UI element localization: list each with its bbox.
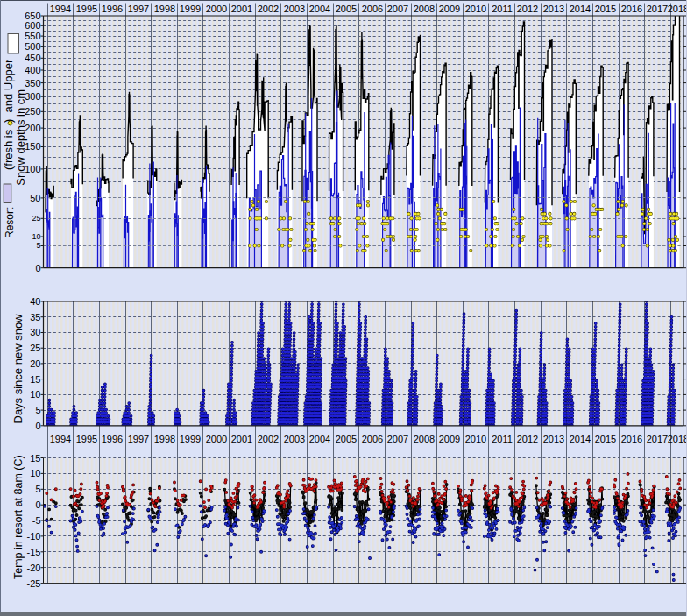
svg-text:25: 25 (32, 214, 40, 223)
svg-text:0: 0 (35, 499, 40, 510)
svg-text:0: 0 (35, 421, 40, 431)
svg-text:2009: 2009 (439, 434, 460, 444)
svg-text:2016: 2016 (621, 434, 642, 444)
svg-text:1997: 1997 (128, 434, 149, 444)
svg-text:550: 550 (25, 31, 40, 41)
svg-text:100: 100 (25, 164, 40, 174)
svg-text:Resort: Resort (4, 207, 16, 238)
svg-text:450: 450 (25, 53, 40, 63)
svg-text:5: 5 (36, 241, 40, 250)
svg-text:15: 15 (30, 453, 40, 464)
svg-text:2004: 2004 (309, 434, 330, 444)
svg-text:50: 50 (30, 193, 40, 203)
svg-text:2013: 2013 (543, 4, 564, 14)
svg-text:2015: 2015 (595, 4, 616, 14)
svg-text:2001: 2001 (231, 4, 252, 14)
svg-text:400: 400 (25, 65, 40, 75)
svg-text:2017: 2017 (647, 4, 668, 14)
svg-text:2012: 2012 (517, 4, 538, 14)
svg-text:1994: 1994 (50, 4, 71, 14)
svg-text:250: 250 (25, 106, 40, 117)
svg-text:1997: 1997 (128, 4, 149, 14)
svg-text:30: 30 (30, 327, 40, 337)
svg-text:-20: -20 (27, 563, 41, 573)
svg-text:(fresh is: (fresh is (2, 129, 15, 170)
svg-text:300: 300 (25, 91, 40, 102)
svg-text:2004: 2004 (309, 4, 330, 14)
svg-text:2001: 2001 (231, 434, 252, 444)
svg-text:1994: 1994 (50, 434, 71, 444)
svg-text:25: 25 (30, 343, 40, 353)
svg-text:2000: 2000 (206, 434, 227, 444)
svg-text:2013: 2013 (543, 434, 564, 444)
svg-text:2002: 2002 (258, 4, 279, 14)
svg-text:2007: 2007 (387, 4, 408, 14)
svg-text:2007: 2007 (387, 434, 408, 444)
svg-text:Snow depths in cm: Snow depths in cm (14, 89, 27, 186)
svg-text:1996: 1996 (102, 4, 123, 14)
svg-text:2005: 2005 (336, 4, 357, 14)
svg-text:-5: -5 (32, 515, 41, 526)
svg-text:2006: 2006 (362, 4, 383, 14)
svg-text:2014: 2014 (570, 4, 591, 14)
svg-text:-25: -25 (27, 578, 41, 589)
svg-text:2018: 2018 (668, 4, 687, 14)
svg-text:2011: 2011 (492, 434, 513, 444)
svg-text:2016: 2016 (621, 4, 642, 14)
svg-text:2011: 2011 (492, 4, 513, 14)
svg-text:650: 650 (25, 11, 40, 21)
svg-text:10: 10 (32, 232, 40, 241)
svg-text:200: 200 (25, 123, 40, 133)
svg-text:10: 10 (30, 468, 40, 478)
svg-text:20: 20 (30, 358, 40, 369)
svg-text:2010: 2010 (465, 4, 486, 14)
svg-text:15: 15 (30, 374, 40, 385)
svg-text:2000: 2000 (206, 4, 227, 14)
svg-text:2010: 2010 (465, 434, 486, 444)
svg-text:2009: 2009 (439, 4, 460, 14)
svg-text:35: 35 (30, 312, 40, 322)
svg-text:Days since new snow: Days since new snow (11, 314, 25, 424)
svg-text:2017: 2017 (647, 434, 668, 444)
svg-text:600: 600 (25, 20, 40, 31)
svg-text:10: 10 (30, 389, 40, 400)
svg-text:2008: 2008 (414, 434, 435, 444)
svg-text:1995: 1995 (76, 434, 97, 444)
svg-text:-15: -15 (27, 547, 41, 557)
svg-text:1995: 1995 (76, 4, 97, 14)
svg-text:1999: 1999 (180, 434, 201, 444)
svg-text:2002: 2002 (258, 434, 279, 444)
svg-text:150: 150 (25, 141, 40, 152)
svg-text:2015: 2015 (595, 434, 616, 444)
svg-text:350: 350 (25, 78, 40, 89)
svg-text:2018: 2018 (668, 434, 687, 444)
svg-text:2012: 2012 (517, 434, 538, 444)
svg-text:0: 0 (35, 263, 40, 273)
svg-text:1999: 1999 (180, 4, 201, 14)
svg-text:500: 500 (25, 41, 40, 52)
svg-text:40: 40 (30, 296, 40, 307)
svg-text:1998: 1998 (154, 434, 175, 444)
svg-text:2008: 2008 (414, 4, 435, 14)
svg-text:2006: 2006 (362, 434, 383, 444)
svg-text:2014: 2014 (570, 434, 591, 444)
svg-text:Temp in resort at 8am (C): Temp in resort at 8am (C) (12, 455, 25, 579)
svg-text:1996: 1996 (102, 434, 123, 444)
svg-text:2003: 2003 (284, 434, 305, 444)
svg-text:5: 5 (35, 484, 40, 494)
svg-text:5: 5 (35, 405, 40, 415)
svg-text:-10: -10 (27, 531, 41, 542)
svg-text:) and Upper: ) and Upper (2, 59, 15, 123)
svg-text:2003: 2003 (284, 4, 305, 14)
svg-text:2005: 2005 (336, 434, 357, 444)
svg-text:1998: 1998 (154, 4, 175, 14)
